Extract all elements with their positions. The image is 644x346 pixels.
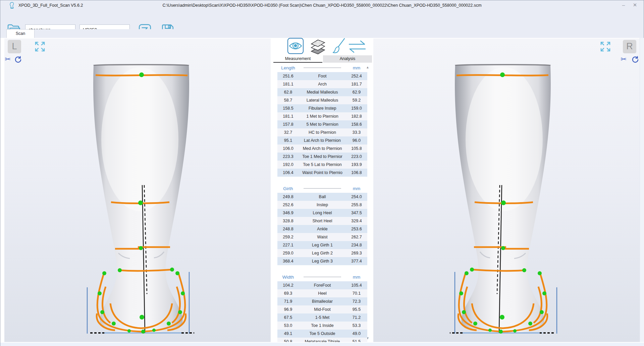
right-foot-value: 182.8 [346,114,367,119]
swap-arrows-icon[interactable] [348,40,367,53]
right-foot-value: 329.4 [346,219,367,223]
table-row[interactable]: 328.8 Short Heel 329.4 [277,217,367,225]
left-foot-value: 106.4 [277,170,299,175]
left-foot-value: 252.6 [277,203,299,207]
left-foot-value: 67.5 [277,315,299,320]
section-title: Length [277,65,299,70]
table-row[interactable]: 346.9 Long Heel 347.5 [277,209,367,217]
right-view-label-button[interactable]: R [623,40,636,53]
right-foot-value: 262.7 [346,235,367,239]
left-foot-value: 69.3 [277,291,299,296]
measure-label: Lateral Malleolus [299,98,346,103]
right-foot-value: 254.0 [346,194,367,199]
eye-icon [289,41,302,51]
table-row[interactable]: 62.8 Medial Malleolus 62.9 [277,88,367,96]
file-path: C:\Users\admin\Desktop\Scan\X\XPOD-HD350… [162,3,481,8]
app-title: XPOD_3D_Full_Foot_Scan V5.6.2 [18,3,83,8]
left-foot-value: 96.9 [277,307,299,312]
right-cut-icon[interactable]: ✂ [621,55,627,63]
measure-label: Ball [299,194,346,199]
table-row[interactable]: 96.9 Mid-Foot 95.5 [277,305,367,313]
left-foot-value: 181.1 [277,114,299,119]
table-row[interactable]: 106.0 Med Arch to Pternion 105.8 [277,145,367,153]
right-foot-value: 159.0 [346,106,367,111]
vertical-scrollbar[interactable] [640,38,644,342]
table-row[interactable]: 58.7 Lateral Malleolus 59.2 [277,96,367,104]
measure-label: Leg Girth 3 [299,259,346,264]
close-button[interactable]: ✕ [630,1,640,9]
measure-label: Leg Girth 1 [299,243,346,247]
app-window: XPOD_3D_Full_Foot_Scan V5.6.2 C:\Users\a… [0,0,644,346]
table-row[interactable]: 192.0 Toe 5 Lat to Pternion 193.9 [277,161,367,169]
measure-label: Ankle [299,227,346,231]
left-foot-value: 49.1 [277,331,299,336]
measure-label: Instep [299,203,346,207]
minimize-button[interactable]: – [619,1,628,9]
left-view-label-button[interactable]: L [8,40,21,53]
measure-label: Mid-Foot [299,307,346,312]
left-foot-value: 62.8 [277,90,299,95]
section-header: Girth mm [277,184,367,193]
table-row[interactable]: 53.0 Toe 1 Inside 53.3 [277,322,367,330]
right-foot-3d-view[interactable] [373,39,640,342]
table-row[interactable]: 157.8 5 Met to Pternion 158.6 [277,120,367,128]
table-row[interactable]: 248.8 Ankle 253.6 [277,225,367,233]
left-foot-3d-view[interactable] [4,39,271,342]
table-row[interactable]: 181.1 1 Met to Pternion 182.8 [277,112,367,120]
left-rotate-icon[interactable] [14,56,22,63]
tab-measurement[interactable]: Measurement [273,55,322,63]
section-divider [304,277,341,277]
table-row[interactable]: 249.8 Ball 254.0 [277,193,367,201]
table-row[interactable]: 71.9 Bimalleolar 72.3 [277,297,367,305]
right-leg-3d-render[interactable] [373,39,640,342]
table-row[interactable]: 158.5 Fibulare Instep 159.0 [277,104,367,112]
table-row[interactable]: 49.1 Toe 5 Outside 49.0 [277,330,367,338]
table-row[interactable]: 95.1 Lat Arch to Pternion 96.0 [277,136,367,145]
table-row[interactable]: 223.3 Toe 1 Med to Pternior 223.0 [277,153,367,161]
table-row[interactable]: 227.1 Leg Girth 1 234.8 [277,241,367,249]
right-foot-value: 252.4 [346,74,367,78]
table-row[interactable]: 106.4 Waist Point to Pternio 106.8 [277,169,367,177]
paintbrush-icon[interactable] [332,38,346,54]
table-row[interactable]: 368.4 Leg Girth 3 377.4 [277,257,367,265]
left-cut-icon[interactable]: ✂ [5,55,11,63]
table-row[interactable]: 104.2 ForeFoot 105.4 [277,281,367,289]
show-measurement-button[interactable] [287,38,304,54]
left-foot-value: 259.2 [277,235,299,239]
section-header: Length mm [277,63,367,72]
left-foot-value: 227.1 [277,243,299,247]
measure-label: Arch [299,82,346,86]
left-foot-value: 32.7 [277,130,299,135]
measure-label: ForeFoot [299,283,346,288]
left-foot-value: 104.2 [277,283,299,288]
right-foot-value: 72.3 [346,299,367,304]
left-leg-3d-render[interactable] [4,39,271,342]
right-foot-value: 62.9 [346,90,367,95]
layers-icon[interactable] [310,39,326,55]
tab-scan[interactable]: Scan [6,29,35,38]
table-row[interactable]: 181.1 Arch 181.7 [277,80,367,88]
section-unit: mm [346,65,367,70]
right-rotate-icon[interactable] [632,56,639,63]
table-row[interactable]: 252.6 Instep 255.8 [277,201,367,209]
measure-section: Length mm251.6 Foot 252.4181.1 Arch 181.… [277,63,367,177]
measure-label: Fibulare Instep [299,106,346,111]
left-foot-value: 58.7 [277,98,299,103]
right-foot-value: 105.4 [346,283,367,288]
table-row[interactable]: 69.3 Heel 70.1 [277,289,367,297]
table-row[interactable]: 67.5 1-5 Met 71.2 [277,313,367,322]
right-foot-value: 181.7 [346,82,367,86]
table-row[interactable]: 251.6 Foot 252.4 [277,72,367,80]
right-expand-icon[interactable] [599,41,611,53]
tab-analysis[interactable]: Analysis [323,55,372,63]
table-row[interactable]: 259.0 Leg Girth 2 269.3 [277,249,367,257]
right-foot-value: 59.2 [346,98,367,103]
table-row[interactable]: 259.2 Waist 262.7 [277,233,367,241]
section-title: Girth [277,186,299,191]
left-expand-icon[interactable] [34,41,46,53]
right-foot-value: 95.5 [346,307,367,312]
horizontal-scrollbar[interactable] [0,342,644,346]
measure-label: Toe 1 Inside [299,323,346,328]
table-row[interactable]: 32.7 HC to Pternion 33.3 [277,128,367,136]
measure-label: Waist [299,235,346,239]
